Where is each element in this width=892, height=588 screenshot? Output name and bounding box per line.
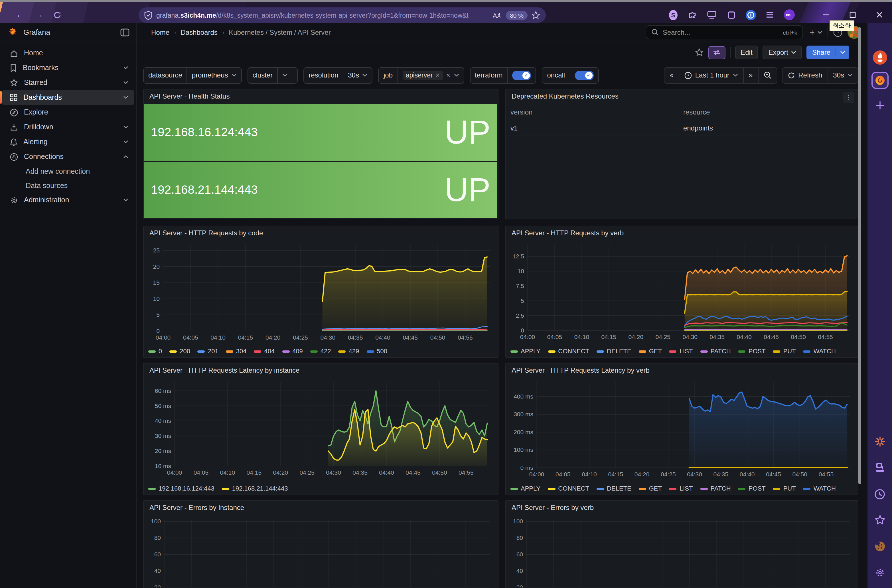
refresh-interval-select[interactable]: 30s xyxy=(828,68,858,83)
forward-button[interactable]: → xyxy=(32,8,46,22)
time-range-picker[interactable]: Last 1 hour xyxy=(679,68,744,83)
chart-legend[interactable]: 0200201304404409422429500 xyxy=(148,348,387,354)
sidebar-item-dashboards[interactable]: Dashboards xyxy=(2,90,134,105)
session-extension-icon[interactable]: S xyxy=(663,9,683,20)
legend-item[interactable]: 192.168.21.144:443 xyxy=(222,485,288,492)
sidebar-item-administration[interactable]: Administration xyxy=(2,193,134,207)
panel-title[interactable]: Deprecated Kubernetes Resources xyxy=(506,90,858,103)
sidebar-item-home[interactable]: Home xyxy=(2,46,134,60)
history-clock-icon[interactable] xyxy=(871,486,888,502)
legend-item[interactable]: WATCH xyxy=(803,348,836,354)
legend-item[interactable]: CONNECT xyxy=(548,485,589,492)
legend-item[interactable]: 304 xyxy=(226,348,247,354)
prometheus-tab-icon[interactable] xyxy=(871,49,888,66)
stat-instance-1[interactable]: 192.168.16.124:443 UP xyxy=(144,104,497,160)
star-icon[interactable] xyxy=(871,512,888,529)
chevron-down-icon[interactable] xyxy=(123,96,128,99)
search-input[interactable]: Search... ctrl+k xyxy=(645,25,803,39)
panel-title[interactable]: API Server - HTTP Requests by code xyxy=(144,226,498,240)
legend-item[interactable]: LIST xyxy=(669,348,693,354)
oncall-toggle[interactable]: ✓ xyxy=(575,70,593,80)
refresh-button[interactable]: Refresh xyxy=(782,68,828,83)
legend-item[interactable]: 201 xyxy=(198,348,218,354)
legend-item[interactable]: APPLY xyxy=(510,348,540,354)
panel-title[interactable]: API Server - HTTP Requests Latency by in… xyxy=(144,363,498,377)
panel-menu-icon[interactable]: ⋮ xyxy=(843,92,854,103)
chart-legend[interactable]: APPLYCONNECTDELETEGETLISTPATCHPOSTPUTWAT… xyxy=(510,348,836,354)
variable-resolution[interactable]: resolution30s xyxy=(304,67,373,84)
zoom-out-button[interactable] xyxy=(758,68,776,83)
devices-icon[interactable] xyxy=(871,459,888,476)
legend-item[interactable]: PUT xyxy=(773,348,796,354)
legend-item[interactable]: 500 xyxy=(366,348,387,354)
datasource-switch-button[interactable] xyxy=(708,46,725,59)
legend-item[interactable]: 429 xyxy=(338,348,359,354)
chevron-down-icon[interactable] xyxy=(123,125,128,129)
variable-terraform[interactable]: terraform✓ xyxy=(470,67,536,84)
sidebar-item-add-new-connection[interactable]: Add new connection xyxy=(0,164,136,178)
back-button[interactable]: ← xyxy=(13,8,28,22)
edit-button[interactable]: Edit xyxy=(735,46,758,59)
favorite-star-icon[interactable] xyxy=(694,48,704,57)
tab-tile-extension-icon[interactable] xyxy=(722,10,741,19)
errors-by-verb-chart[interactable]: 20406080100 xyxy=(510,514,854,587)
legend-item[interactable]: POST xyxy=(738,348,766,354)
requests-by-verb-chart[interactable]: 02.557.51012.504:0004:0504:1004:1504:200… xyxy=(510,240,854,340)
legend-item[interactable]: WATCH xyxy=(803,485,836,492)
column-version[interactable]: version xyxy=(507,104,679,120)
share-button[interactable]: Share xyxy=(806,46,849,59)
chevron-down-icon[interactable] xyxy=(123,198,128,202)
add-button[interactable]: ＋ xyxy=(808,27,823,38)
legend-item[interactable]: POST xyxy=(738,485,766,492)
sidebar-item-data-sources[interactable]: Data sources xyxy=(0,178,136,193)
page-scrollbar[interactable] xyxy=(858,27,861,484)
export-button[interactable]: Export xyxy=(763,46,802,59)
extensions-puzzle-icon[interactable] xyxy=(683,10,702,20)
chevron-down-icon[interactable] xyxy=(123,81,128,84)
sidebar-item-connections[interactable]: Connections xyxy=(2,149,134,164)
chevron-down-icon[interactable] xyxy=(123,66,128,69)
stat-instance-2[interactable]: 192.168.21.144:443 UP xyxy=(144,162,497,218)
legend-item[interactable]: 200 xyxy=(169,348,190,354)
sidebar-item-bookmarks[interactable]: Bookmarks xyxy=(2,60,134,75)
legend-item[interactable]: DELETE xyxy=(597,485,631,492)
legend-item[interactable]: 422 xyxy=(310,348,331,354)
latency-by-verb-chart[interactable]: 0 ms100 ms200 ms300 ms400 ms04:0004:0504… xyxy=(510,377,854,477)
dock-sidebar-icon[interactable] xyxy=(120,28,129,36)
variable-cluster[interactable]: cluster xyxy=(248,67,298,84)
time-shift-back-button[interactable]: « xyxy=(665,68,679,83)
variable-job[interactable]: jobapiserver×× xyxy=(378,67,464,84)
legend-item[interactable]: GET xyxy=(639,485,662,492)
time-shift-forward-button[interactable]: » xyxy=(744,68,758,83)
site-security-shield-icon[interactable] xyxy=(144,10,152,20)
sidebar-item-drilldown[interactable]: Drilldown xyxy=(2,120,134,135)
sidebar-item-alerting[interactable]: Alerting xyxy=(2,135,134,149)
breadcrumb-dashboards[interactable]: Dashboards xyxy=(181,28,217,36)
chevron-down-icon[interactable] xyxy=(123,140,128,144)
latency-by-instance-chart[interactable]: 10 ms20 ms30 ms40 ms50 ms60 ms04:0004:05… xyxy=(148,377,495,477)
variable-oncall[interactable]: oncall✓ xyxy=(542,67,599,84)
sidebar-item-starred[interactable]: Starred xyxy=(2,75,134,90)
reload-button[interactable] xyxy=(50,8,65,22)
legend-item[interactable]: CONNECT xyxy=(548,348,589,354)
breadcrumb-home[interactable]: Home xyxy=(151,28,169,36)
new-tab-plus-icon[interactable] xyxy=(871,97,888,114)
monitor-extension-icon[interactable] xyxy=(702,10,722,20)
chip-remove-icon[interactable]: × xyxy=(436,72,439,79)
grafana-tab-icon[interactable] xyxy=(871,72,888,89)
legend-item[interactable]: LIST xyxy=(669,485,693,492)
panel-title[interactable]: API Server - HTTP Requests Latency by ve… xyxy=(506,363,858,377)
bookmark-star-icon[interactable] xyxy=(531,11,540,20)
close-button[interactable] xyxy=(868,4,891,23)
variable-datasource[interactable]: datasourceprometheus xyxy=(143,67,242,84)
sidebar-item-explore[interactable]: Explore xyxy=(2,105,134,120)
chart-legend[interactable]: APPLYCONNECTDELETEGETLISTPATCHPOSTPUTWAT… xyxy=(510,485,836,492)
cookie-icon[interactable] xyxy=(871,538,888,555)
profile-icon[interactable]: ∞ xyxy=(780,9,799,21)
terraform-toggle[interactable]: ✓ xyxy=(512,70,531,80)
chart-legend[interactable]: 192.168.16.124:443192.168.21.144:443 xyxy=(148,485,288,492)
spark-icon[interactable] xyxy=(871,433,888,450)
panel-title[interactable]: API Server - Errors by Instance xyxy=(144,501,498,514)
legend-item[interactable]: APPLY xyxy=(510,485,540,492)
zoom-level-badge[interactable]: 80 % xyxy=(506,10,528,20)
